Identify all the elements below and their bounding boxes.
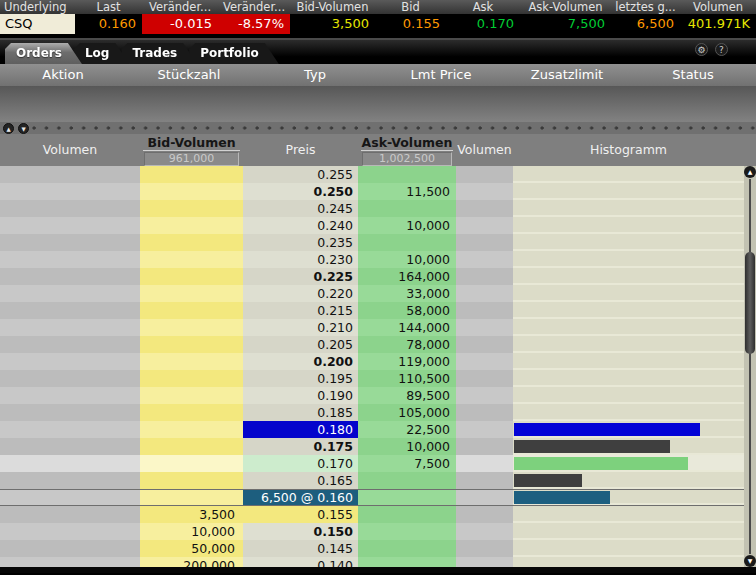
tab-orders[interactable]: Orders	[5, 43, 82, 64]
bid-volume-cell[interactable]	[140, 319, 243, 336]
price-cell[interactable]: 0.220	[243, 285, 358, 302]
volume-right-cell	[456, 438, 513, 455]
tab-log[interactable]: Log	[74, 43, 129, 64]
price-cell[interactable]: 0.145	[243, 540, 358, 557]
quote-header-bid: Bid	[375, 0, 446, 14]
volume-right-cell	[456, 183, 513, 200]
ask-volume-cell[interactable]: 105,000	[358, 404, 456, 421]
ladder-row: 6,500 @ 0.160	[0, 489, 756, 506]
ask-volume-cell[interactable]: 144,000	[358, 319, 456, 336]
configure-icon[interactable]: ⚙	[695, 43, 708, 56]
ask-volume-cell[interactable]: 10,000	[358, 217, 456, 234]
ask-volume-cell[interactable]: 164,000	[358, 268, 456, 285]
price-cell[interactable]: 0.215	[243, 302, 358, 319]
volume-right-cell	[456, 268, 513, 285]
bid-volume-cell[interactable]	[140, 455, 243, 472]
price-cell[interactable]: 0.245	[243, 200, 358, 217]
ask-volume-cell[interactable]: 58,000	[358, 302, 456, 319]
bid-volume-cell[interactable]	[140, 404, 243, 421]
bid-volume-cell[interactable]: 3,500	[140, 506, 243, 523]
volume-left-cell	[0, 404, 140, 421]
price-cell[interactable]: 0.210	[243, 319, 358, 336]
histogram-cell	[513, 370, 744, 387]
bid-volume-cell[interactable]	[140, 285, 243, 302]
ask-volume-cell[interactable]: 110,500	[358, 370, 456, 387]
ask-volume-cell[interactable]	[358, 234, 456, 251]
bid-volume-cell[interactable]	[140, 268, 243, 285]
bid-volume-cell[interactable]	[140, 200, 243, 217]
bid-volume-cell[interactable]	[140, 234, 243, 251]
quote-value-bid-volume: 3,500	[290, 14, 375, 34]
bid-volume-cell[interactable]: 10,000	[140, 523, 243, 540]
bid-volume-cell[interactable]	[140, 336, 243, 353]
scroll-down-icon[interactable]: ▼	[744, 555, 756, 567]
bid-volume-cell[interactable]	[140, 421, 243, 438]
ask-volume-cell[interactable]: 10,000	[358, 438, 456, 455]
ladder-row: 50,0000.145	[0, 540, 756, 557]
ask-volume-cell[interactable]: 22,500	[358, 421, 456, 438]
histogram-bar	[514, 440, 670, 453]
ask-volume-cell[interactable]	[358, 523, 456, 540]
bid-volume-cell[interactable]	[140, 217, 243, 234]
ask-volume-cell[interactable]	[358, 540, 456, 557]
price-cell[interactable]: 0.225	[243, 268, 358, 285]
ask-volume-cell[interactable]: 78,000	[358, 336, 456, 353]
price-cell[interactable]: 0.155	[243, 506, 358, 523]
ask-volume-cell[interactable]	[358, 200, 456, 217]
bid-volume-cell[interactable]	[140, 166, 243, 183]
price-cell[interactable]: 0.255	[243, 166, 358, 183]
ask-volume-cell[interactable]	[358, 472, 456, 489]
panel-splitter[interactable]: ▲ ▼	[0, 122, 756, 134]
ladder-row: 0.25011,500	[0, 183, 756, 200]
price-cell[interactable]: 0.200	[243, 353, 358, 370]
bid-volume-cell[interactable]	[140, 387, 243, 404]
bid-volume-cell[interactable]	[140, 438, 243, 455]
tab-trades[interactable]: Trades	[121, 43, 197, 64]
bid-volume-cell[interactable]	[140, 472, 243, 489]
price-cell[interactable]: 0.230	[243, 251, 358, 268]
price-cell[interactable]: 0.150	[243, 523, 358, 540]
collapse-up-icon[interactable]: ▲	[3, 123, 14, 134]
price-cell[interactable]: 0.235	[243, 234, 358, 251]
underlying-symbol[interactable]: CSQ	[0, 14, 75, 34]
help-icon[interactable]: ?	[715, 43, 728, 56]
bid-volume-cell[interactable]	[140, 490, 243, 505]
collapse-down-icon[interactable]: ▼	[18, 123, 29, 134]
ask-volume-cell[interactable]: 10,000	[358, 251, 456, 268]
ask-volume-cell[interactable]: 11,500	[358, 183, 456, 200]
ask-volume-cell[interactable]: 119,000	[358, 353, 456, 370]
ask-volume-cell[interactable]: 89,500	[358, 387, 456, 404]
price-cell[interactable]: 0.205	[243, 336, 358, 353]
price-cell[interactable]: 0.240	[243, 217, 358, 234]
volume-left-cell	[0, 387, 140, 404]
price-cell[interactable]: 0.190	[243, 387, 358, 404]
price-cell[interactable]: 0.195	[243, 370, 358, 387]
bid-volume-cell[interactable]	[140, 183, 243, 200]
price-cell[interactable]: 6,500 @ 0.160	[243, 490, 358, 505]
price-cell[interactable]: 0.250	[243, 183, 358, 200]
price-cell[interactable]: 0.185	[243, 404, 358, 421]
scroll-up-icon[interactable]: ▲	[744, 166, 756, 178]
price-cell[interactable]: 0.175	[243, 438, 358, 455]
bid-volume-cell[interactable]	[140, 251, 243, 268]
scrollbar-thumb[interactable]	[745, 252, 755, 354]
bid-volume-cell[interactable]	[140, 353, 243, 370]
ask-volume-cell[interactable]: 33,000	[358, 285, 456, 302]
ask-volume-cell[interactable]: 7,500	[358, 455, 456, 472]
price-cell[interactable]: 0.180	[243, 421, 358, 438]
ladder-rows: 0.2550.25011,5000.2450.24010,0000.2350.2…	[0, 166, 756, 573]
ask-volume-cell[interactable]	[358, 166, 456, 183]
price-cell[interactable]: 0.170	[243, 455, 358, 472]
bid-volume-cell[interactable]: 50,000	[140, 540, 243, 557]
bid-volume-cell[interactable]	[140, 302, 243, 319]
ask-volume-cell[interactable]	[358, 490, 456, 505]
tab-portfolio[interactable]: Portfolio	[189, 43, 279, 64]
ladder-row: 0.165	[0, 472, 756, 489]
ask-volume-cell[interactable]	[358, 506, 456, 523]
vertical-scrollbar[interactable]: ▲ ▼	[744, 166, 756, 567]
volume-right-cell	[456, 523, 513, 540]
price-cell[interactable]: 0.165	[243, 472, 358, 489]
volume-left-cell	[0, 490, 140, 505]
bid-volume-cell[interactable]	[140, 370, 243, 387]
orders-col-type: Typ	[252, 64, 378, 86]
